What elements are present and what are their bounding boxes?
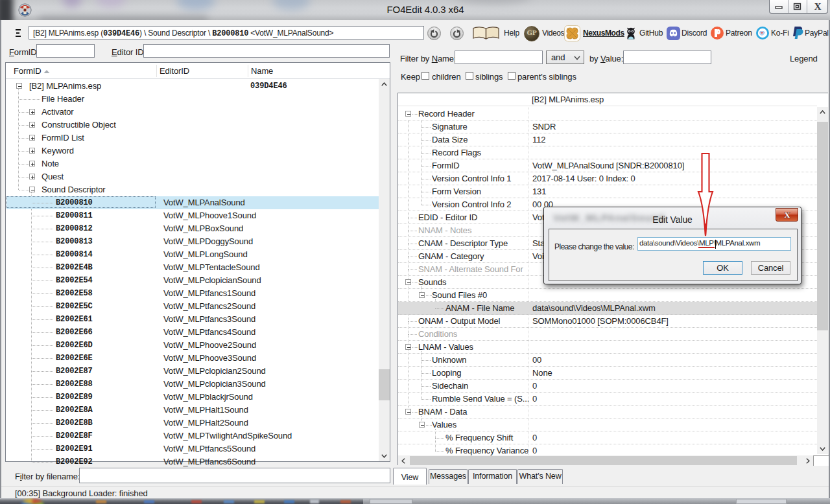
svg-text:X: X <box>784 211 790 219</box>
svg-text:X: X <box>814 2 822 11</box>
